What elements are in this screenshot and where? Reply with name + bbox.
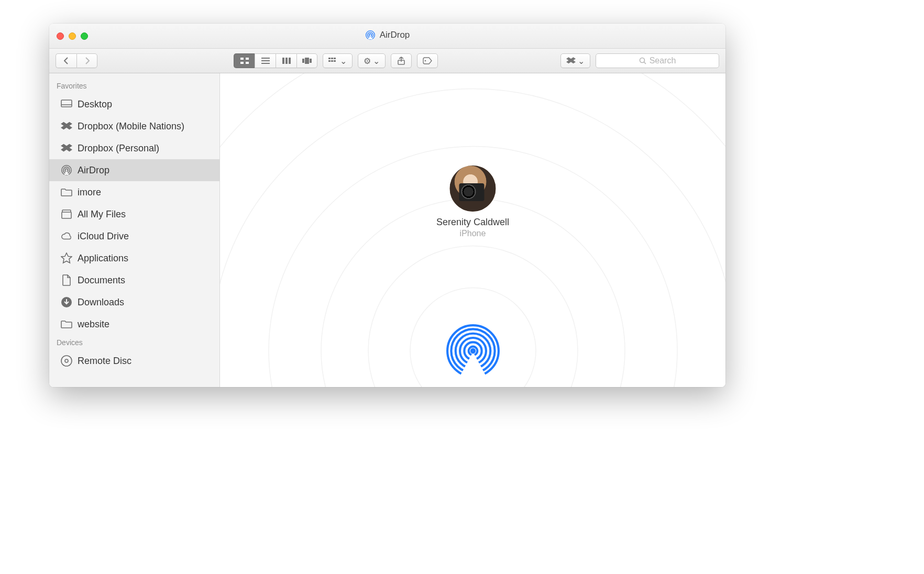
svg-point-2	[369, 34, 371, 36]
forward-button[interactable]	[76, 53, 97, 68]
close-button[interactable]	[57, 32, 64, 40]
svg-rect-11	[285, 58, 288, 64]
svg-rect-9	[261, 63, 270, 64]
view-coverflow-button[interactable]	[296, 53, 317, 68]
dropbox-icon	[61, 142, 72, 154]
view-icons-button[interactable]	[234, 53, 255, 68]
sidebar-item-documents[interactable]: Documents	[49, 269, 219, 291]
airdrop-logo	[446, 324, 500, 378]
airdrop-pane: Serenity Caldwell iPhone AirDrop lets yo…	[220, 73, 725, 387]
folder-icon	[61, 318, 72, 330]
svg-line-25	[644, 62, 646, 64]
recipient-name: Serenity Caldwell	[436, 217, 509, 228]
svg-rect-19	[328, 60, 331, 62]
svg-rect-6	[246, 62, 249, 64]
sidebar-item-website[interactable]: website	[49, 313, 219, 335]
share-button[interactable]	[391, 53, 412, 68]
back-button[interactable]	[56, 53, 76, 68]
sidebar-item-label: Desktop	[78, 99, 112, 110]
svg-rect-17	[331, 58, 333, 59]
sidebar-item-downloads[interactable]: Downloads	[49, 291, 219, 313]
sidebar-item-applications[interactable]: Applications	[49, 247, 219, 269]
dropbox-toolbar-button[interactable]: ⌄	[560, 53, 590, 68]
minimize-button[interactable]	[69, 32, 76, 40]
window-title: AirDrop	[380, 30, 410, 40]
traffic-lights	[57, 32, 88, 40]
sidebar-item-label: All My Files	[78, 209, 126, 220]
sidebar-item-label: Dropbox (Personal)	[78, 143, 159, 154]
desktop-icon	[61, 98, 72, 110]
sidebar-item-label: Documents	[78, 275, 125, 286]
svg-point-33	[61, 356, 72, 366]
svg-rect-10	[282, 58, 284, 64]
search-icon	[639, 57, 646, 64]
airdrop-icon	[365, 30, 376, 40]
sidebar-item-airdrop[interactable]: AirDrop	[49, 159, 219, 181]
svg-rect-4	[246, 58, 249, 60]
svg-rect-3	[240, 58, 244, 60]
svg-point-23	[425, 60, 426, 62]
svg-rect-13	[302, 59, 304, 63]
search-input[interactable]: Search	[596, 53, 719, 68]
sidebar-item-all-my-files[interactable]: All My Files	[49, 203, 219, 225]
svg-rect-14	[305, 58, 309, 64]
toolbar: ⌄ ⚙︎⌄ ⌄ Search	[49, 49, 725, 73]
svg-rect-26	[61, 100, 72, 107]
sidebar: FavoritesDesktopDropbox (Mobile Nations)…	[49, 73, 220, 387]
svg-rect-5	[240, 62, 244, 64]
disc-icon	[61, 355, 72, 367]
gear-icon: ⚙︎	[364, 56, 371, 66]
svg-rect-31	[62, 212, 71, 218]
view-list-button[interactable]	[255, 53, 276, 68]
view-mode	[234, 53, 317, 68]
svg-rect-8	[261, 60, 270, 61]
svg-point-0	[366, 30, 375, 39]
sidebar-item-label: Applications	[78, 253, 128, 264]
sidebar-section-label: Devices	[49, 335, 219, 350]
sidebar-item-label: Remote Disc	[78, 356, 131, 367]
svg-rect-15	[310, 59, 312, 63]
sidebar-item-dropbox-personal[interactable]: Dropbox (Personal)	[49, 137, 219, 159]
allfiles-icon	[61, 208, 72, 220]
sidebar-item-dropbox-mobile-nations[interactable]: Dropbox (Mobile Nations)	[49, 115, 219, 137]
svg-rect-21	[334, 60, 336, 62]
sidebar-item-imore[interactable]: imore	[49, 181, 219, 203]
sidebar-item-label: iCloud Drive	[78, 231, 129, 242]
airdrop-icon	[61, 164, 72, 176]
sidebar-item-desktop[interactable]: Desktop	[49, 93, 219, 115]
sidebar-item-label: imore	[78, 187, 101, 198]
svg-point-24	[640, 58, 644, 63]
apps-icon	[61, 252, 72, 264]
view-columns-button[interactable]	[276, 53, 296, 68]
nav-buttons	[56, 53, 97, 68]
svg-rect-12	[289, 58, 291, 64]
sidebar-item-label: Dropbox (Mobile Nations)	[78, 121, 184, 132]
svg-rect-16	[328, 58, 331, 59]
documents-icon	[61, 274, 72, 286]
window: AirDrop ⌄ ⚙︎⌄ ⌄ Search FavoritesDesktopD…	[49, 24, 725, 387]
search-placeholder: Search	[650, 56, 676, 65]
sidebar-item-label: Downloads	[78, 297, 124, 308]
svg-point-1	[367, 32, 373, 38]
recipient-device: iPhone	[436, 229, 509, 238]
sidebar-item-icloud-drive[interactable]: iCloud Drive	[49, 225, 219, 247]
action-button[interactable]: ⚙︎⌄	[358, 53, 386, 68]
titlebar: AirDrop	[49, 24, 725, 49]
airdrop-recipient[interactable]: Serenity Caldwell iPhone	[436, 165, 509, 238]
arrange-button[interactable]: ⌄	[323, 53, 353, 68]
cloud-icon	[61, 230, 72, 242]
dropbox-icon	[61, 120, 72, 132]
sidebar-section-label: Favorites	[49, 79, 219, 93]
avatar	[450, 165, 496, 212]
svg-rect-20	[331, 60, 333, 62]
zoom-button[interactable]	[81, 32, 88, 40]
sidebar-item-label: website	[78, 319, 109, 330]
sidebar-item-remote-disc[interactable]: Remote Disc	[49, 350, 219, 372]
svg-point-34	[65, 359, 68, 362]
svg-rect-7	[261, 58, 270, 59]
sidebar-item-label: AirDrop	[78, 165, 109, 176]
folder-icon	[61, 186, 72, 198]
tags-button[interactable]	[417, 53, 438, 68]
download-icon	[61, 296, 72, 308]
svg-point-47	[470, 348, 475, 354]
